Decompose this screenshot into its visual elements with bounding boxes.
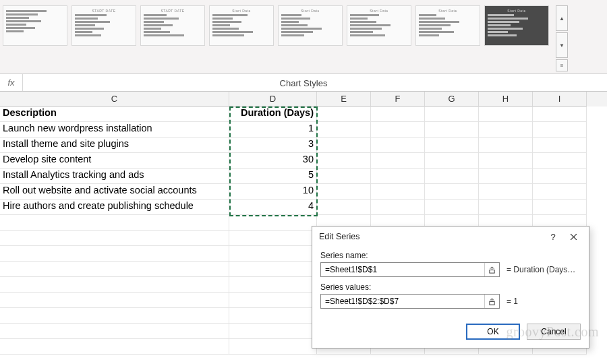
more-styles-icon[interactable]: ≡ [556,59,568,71]
chart-style-thumb[interactable]: Start Date [209,5,274,46]
chart-style-thumb[interactable] [3,5,67,46]
cell[interactable] [425,200,479,215]
cell[interactable] [229,339,317,355]
ok-button[interactable]: OK [466,324,520,340]
cell[interactable] [533,153,587,169]
cell[interactable]: 4 [229,200,317,215]
cell[interactable]: 1 [229,122,317,138]
close-icon[interactable] [563,229,583,245]
cell[interactable] [0,308,229,324]
cell[interactable]: Launch new wordpress installation [0,122,229,138]
dialog-help-button[interactable]: ? [543,229,563,245]
cell[interactable] [371,169,425,184]
col-header-c[interactable]: C [0,92,229,107]
cell[interactable]: Develop site content [0,153,229,169]
cell[interactable] [317,200,371,215]
cell[interactable] [317,138,371,153]
col-header-g[interactable]: G [425,92,479,107]
range-selector-icon[interactable] [484,263,499,276]
table-row[interactable]: Install Analytics tracking and ads5 [0,169,607,184]
cell[interactable] [479,169,533,184]
cell[interactable] [425,107,479,122]
chart-style-thumb[interactable]: START DATE [71,5,136,46]
table-row[interactable]: Launch new wordpress installation1 [0,122,607,138]
cell[interactable]: Duration (Days) [229,107,317,122]
cell[interactable] [0,231,229,246]
cell[interactable] [425,184,479,200]
cell[interactable] [229,277,317,293]
cell[interactable] [371,138,425,153]
cell[interactable] [479,138,533,153]
table-row[interactable]: Roll out website and activate social acc… [0,184,607,200]
cell[interactable] [317,169,371,184]
cell[interactable] [317,184,371,200]
chart-style-thumb[interactable]: START DATE [140,5,205,46]
chart-style-thumb[interactable]: Start Date [278,5,343,46]
cell[interactable]: 30 [229,153,317,169]
cell[interactable] [317,107,371,122]
col-header-h[interactable]: H [479,92,533,107]
table-row[interactable]: Develop site content30 [0,153,607,169]
cell[interactable] [371,184,425,200]
cell[interactable] [533,169,587,184]
cell[interactable] [479,153,533,169]
cell[interactable] [0,339,229,355]
cell[interactable] [479,184,533,200]
cell[interactable] [371,122,425,138]
cell[interactable] [533,138,587,153]
cell[interactable]: Hire authors and create publishing sched… [0,200,229,215]
cell[interactable] [0,293,229,308]
series-name-input[interactable] [321,263,484,276]
table-row[interactable]: DescriptionDuration (Days) [0,107,607,122]
chevron-down-icon[interactable]: ▼ [556,32,568,58]
cell[interactable] [425,122,479,138]
cell[interactable]: Install Analytics tracking and ads [0,169,229,184]
cell[interactable] [229,231,317,246]
cell[interactable] [533,122,587,138]
cell[interactable] [0,277,229,293]
cell[interactable]: Install theme and site plugins [0,138,229,153]
cell[interactable]: Roll out website and activate social acc… [0,184,229,200]
col-header-d[interactable]: D [229,92,317,107]
cell[interactable] [533,200,587,215]
cell[interactable]: Description [0,107,229,122]
cell[interactable]: 10 [229,184,317,200]
cell[interactable] [371,200,425,215]
cell[interactable] [371,153,425,169]
cell[interactable] [425,169,479,184]
cell[interactable] [371,107,425,122]
dialog-titlebar[interactable]: Edit Series ? [312,226,589,247]
cell[interactable] [425,138,479,153]
cell[interactable] [229,262,317,277]
chart-style-thumb[interactable]: Start Date [347,5,411,46]
cell[interactable] [229,324,317,339]
chevron-up-icon[interactable]: ▲ [556,5,568,31]
cell[interactable] [533,107,587,122]
cell[interactable] [479,107,533,122]
cell[interactable]: 5 [229,169,317,184]
cell[interactable] [479,122,533,138]
series-values-input[interactable] [321,295,484,308]
cell[interactable] [0,324,229,339]
chart-style-thumb[interactable]: Start Date [484,5,549,46]
col-header-e[interactable]: E [317,92,371,107]
cell[interactable] [0,246,229,262]
cell[interactable] [479,200,533,215]
cell[interactable] [229,215,317,231]
col-header-f[interactable]: F [371,92,425,107]
col-header-i[interactable]: I [533,92,587,107]
cancel-button[interactable]: Cancel [527,324,581,340]
cell[interactable] [229,246,317,262]
table-row[interactable]: Hire authors and create publishing sched… [0,200,607,215]
table-row[interactable]: Install theme and site plugins3 [0,138,607,153]
cell[interactable]: 3 [229,138,317,153]
cell[interactable] [229,293,317,308]
cell[interactable] [317,153,371,169]
cell[interactable] [533,184,587,200]
chart-style-thumb[interactable]: Start Date [415,5,480,46]
range-selector-icon[interactable] [484,295,499,308]
cell[interactable] [425,153,479,169]
cell[interactable] [317,122,371,138]
cell[interactable] [0,262,229,277]
cell[interactable] [229,308,317,324]
